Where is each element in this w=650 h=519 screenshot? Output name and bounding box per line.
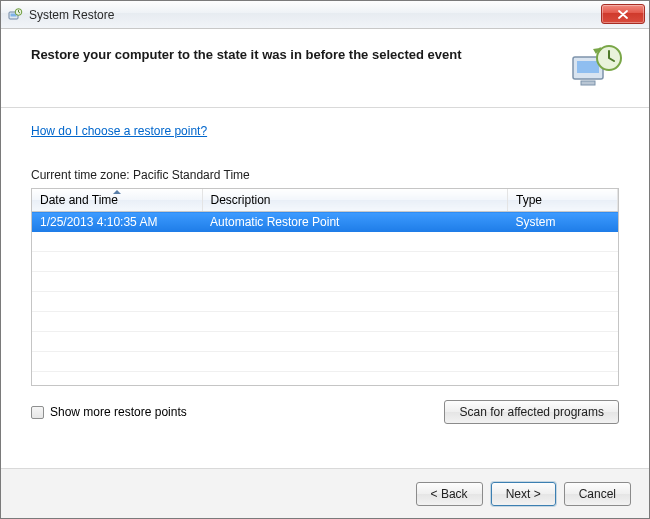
help-link[interactable]: How do I choose a restore point?	[31, 124, 207, 138]
svg-rect-4	[577, 61, 599, 73]
table-row	[32, 292, 618, 312]
table-row	[32, 352, 618, 372]
header-area: Restore your computer to the state it wa…	[1, 29, 649, 108]
col-header-datetime[interactable]: Date and Time	[32, 189, 202, 212]
content-area: How do I choose a restore point? Current…	[1, 108, 649, 436]
cell-datetime: 1/25/2013 4:10:35 AM	[32, 212, 202, 232]
checkbox-icon	[31, 406, 44, 419]
col-header-description[interactable]: Description	[202, 189, 508, 212]
table-row[interactable]: 1/25/2013 4:10:35 AM Automatic Restore P…	[32, 212, 618, 232]
footer-buttons: < Back Next > Cancel	[1, 468, 649, 518]
cell-type: System	[508, 212, 618, 232]
close-icon	[618, 10, 628, 19]
cancel-button[interactable]: Cancel	[564, 482, 631, 506]
restore-points-table: Date and Time Description Type 1/25/2013…	[31, 188, 619, 386]
svg-rect-5	[581, 81, 595, 85]
table-row	[32, 312, 618, 332]
table-row	[32, 252, 618, 272]
page-title: Restore your computer to the state it wa…	[31, 43, 462, 62]
cell-description: Automatic Restore Point	[202, 212, 508, 232]
restore-illustration-icon	[569, 43, 625, 91]
system-restore-window: System Restore Restore your computer to …	[0, 0, 650, 519]
table-row	[32, 332, 618, 352]
below-table-row: Show more restore points Scan for affect…	[31, 400, 619, 424]
col-header-type[interactable]: Type	[508, 189, 618, 212]
back-button[interactable]: < Back	[416, 482, 483, 506]
titlebar: System Restore	[1, 1, 649, 29]
table-row	[32, 272, 618, 292]
show-more-label: Show more restore points	[50, 405, 187, 419]
scan-button[interactable]: Scan for affected programs	[444, 400, 619, 424]
show-more-checkbox[interactable]: Show more restore points	[31, 405, 187, 419]
timezone-label: Current time zone: Pacific Standard Time	[31, 168, 619, 182]
close-button[interactable]	[601, 4, 645, 24]
window-title: System Restore	[29, 8, 114, 22]
table-row	[32, 232, 618, 252]
system-restore-icon	[7, 7, 23, 23]
next-button[interactable]: Next >	[491, 482, 556, 506]
